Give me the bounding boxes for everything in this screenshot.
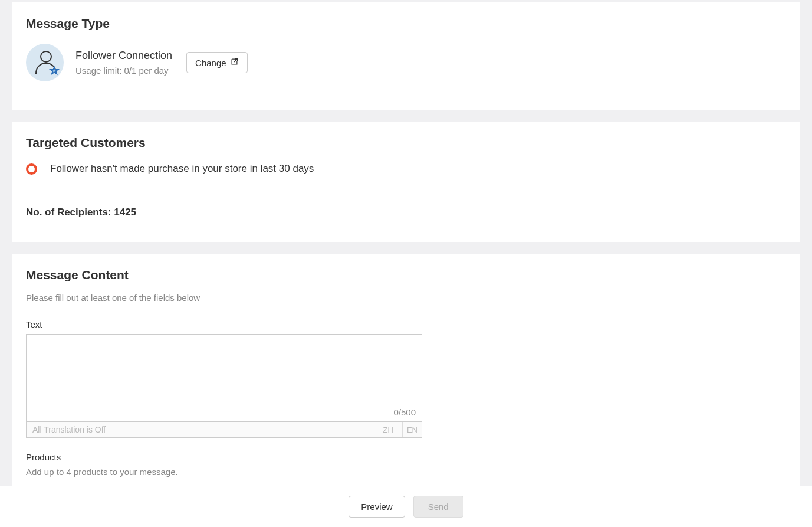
lang-zh-button[interactable]: ZH: [379, 422, 397, 437]
char-counter: 0/500: [27, 407, 422, 421]
section-targeted-customers: Targeted Customers Follower hasn't made …: [12, 122, 800, 242]
content-subtext: Please fill out at least one of the fiel…: [26, 293, 786, 303]
section-title-targeted: Targeted Customers: [26, 136, 786, 150]
svg-marker-1: [51, 67, 58, 74]
change-message-type-button[interactable]: Change: [186, 52, 248, 73]
preview-button[interactable]: Preview: [349, 496, 405, 518]
message-type-usage: Usage limit: 0/1 per day: [75, 66, 172, 76]
change-button-label: Change: [195, 58, 226, 68]
open-external-icon: [230, 57, 239, 68]
section-message-type: Message Type Follower Connection Usage l…: [12, 2, 800, 110]
message-type-info: Follower Connection Usage limit: 0/1 per…: [75, 50, 172, 76]
targeted-option-radio[interactable]: [26, 163, 37, 175]
send-button[interactable]: Send: [413, 496, 463, 518]
message-type-name: Follower Connection: [75, 50, 172, 62]
products-label: Products: [26, 452, 786, 462]
products-block: Products Add up to 4 products to your me…: [26, 452, 786, 477]
footer-actions: Preview Send: [0, 486, 812, 527]
targeted-option-label: Follower hasn't made purchase in your st…: [50, 163, 314, 175]
recipients-count: No. of Recipients: 1425: [26, 207, 786, 218]
lang-en-button[interactable]: EN: [402, 422, 422, 437]
targeted-option-row: Follower hasn't made purchase in your st…: [26, 163, 786, 175]
svg-point-0: [41, 51, 51, 62]
products-hint: Add up to 4 products to your message.: [26, 467, 786, 477]
follower-avatar-icon: [26, 44, 64, 81]
translation-bar: All Translation is Off ZH EN: [26, 421, 422, 438]
section-title-message-type: Message Type: [26, 17, 786, 31]
text-editor: 0/500: [26, 334, 422, 421]
message-type-row: Follower Connection Usage limit: 0/1 per…: [26, 44, 786, 81]
translation-status: All Translation is Off: [32, 425, 374, 434]
section-title-content: Message Content: [26, 268, 786, 282]
message-text-input[interactable]: [27, 335, 422, 405]
section-message-content: Message Content Please fill out at least…: [12, 254, 800, 491]
text-field-label: Text: [26, 319, 786, 329]
